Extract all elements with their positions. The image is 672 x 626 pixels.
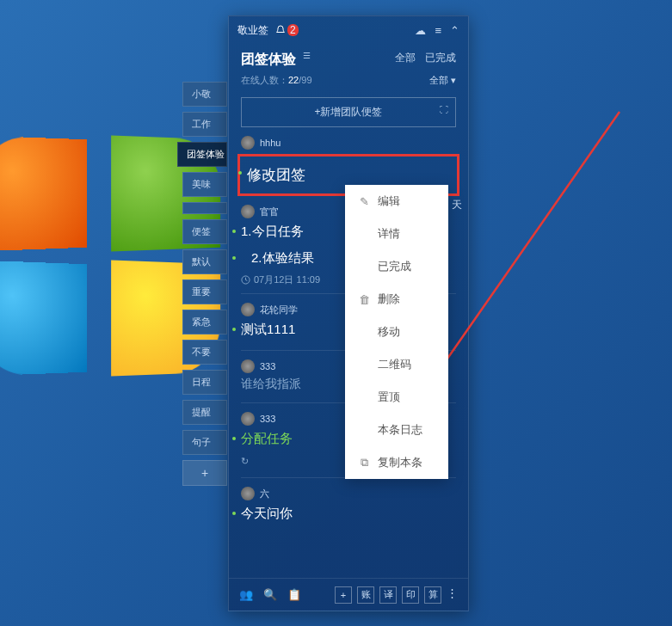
translate-button[interactable]: 译 [379,586,397,604]
expand-icon[interactable]: ⛶ [440,105,448,114]
avatar [241,205,255,218]
notification-bell[interactable]: 2 [275,24,299,36]
users-icon[interactable]: 👥 [239,588,253,601]
side-tab[interactable]: 工作 [182,112,227,137]
side-tab-active[interactable]: 团签体验 [177,142,227,167]
menu-move[interactable]: 移动 [345,316,448,348]
team-title: 团签体验 [241,51,296,69]
side-tab[interactable]: 提醒 [182,400,227,425]
menu-delete[interactable]: 🗑删除 [345,283,448,316]
team-tag-icon[interactable]: ☰ [303,51,311,60]
bottom-bar: 👥 🔍 📋 + 账 译 印 算 ⋮ [229,578,468,611]
menu-copy[interactable]: ⧉复制本条 [345,446,448,479]
new-note-button[interactable]: +新增团队便签⛶ [241,97,456,127]
online-count: 在线人数：22/99 全部 ▾ [229,72,468,94]
header: 团签体验 ☰ 全部 已完成 [229,44,468,72]
app-name: 敬业签 [237,23,268,38]
side-tab[interactable]: 句子 [182,430,227,455]
note-author: hhhu [241,136,456,150]
side-tab[interactable]: 小敬 [182,82,227,107]
copy-icon: ⧉ [357,456,371,470]
titlebar: 敬业签 2 ☁ ≡ ⌃ [229,16,468,44]
date-hint: 天 [452,198,462,212]
print-button[interactable]: 印 [402,586,419,604]
trash-icon: 🗑 [357,293,371,306]
menu-log[interactable]: 本条日志 [345,414,448,446]
search-icon[interactable]: 🔍 [263,588,277,601]
side-tabs: 小敬 工作 团签体验 美味 便签 默认 重要 紧急 不要 日程 提醒 句子 + [182,82,227,491]
edit-icon: ✎ [357,195,371,208]
side-tab[interactable]: 美味 [182,172,227,197]
avatar [241,136,255,150]
avatar [241,412,255,426]
calc-button[interactable]: 算 [424,586,441,604]
add-button[interactable]: + [335,586,352,604]
menu-done[interactable]: 已完成 [345,250,448,283]
side-tab[interactable]: 日程 [182,370,227,395]
filter-all[interactable]: 全部 [395,52,416,64]
filter-done[interactable]: 已完成 [425,52,456,64]
cloud-icon[interactable]: ☁ [415,24,426,37]
context-menu: ✎编辑 详情 已完成 🗑删除 移动 二维码 置顶 本条日志 ⧉复制本条 [345,185,448,479]
side-tab[interactable]: 重要 [182,279,227,304]
calendar-icon[interactable]: 📋 [287,588,301,601]
account-button[interactable]: 账 [357,586,374,604]
note-title[interactable]: 今天问你 [241,500,456,527]
side-tab[interactable] [182,202,227,214]
note-author: 六 [241,487,456,500]
online-filter[interactable]: 全部 ▾ [429,74,456,87]
avatar [241,303,255,316]
menu-detail[interactable]: 详情 [345,218,448,250]
avatar [241,487,255,500]
menu-pin[interactable]: 置顶 [345,381,448,414]
side-tab[interactable]: 便签 [182,219,227,244]
menu-edit[interactable]: ✎编辑 [345,185,448,218]
more-icon[interactable]: ⋮ [447,586,458,604]
side-tab-add[interactable]: + [182,460,227,486]
menu-icon[interactable]: ≡ [435,24,441,37]
chevron-icon[interactable]: ⌃ [450,24,459,37]
side-tab[interactable]: 紧急 [182,310,227,334]
side-tab[interactable]: 不要 [182,340,227,365]
menu-qr[interactable]: 二维码 [345,348,448,381]
side-tab[interactable]: 默认 [182,249,227,274]
avatar [241,359,255,373]
